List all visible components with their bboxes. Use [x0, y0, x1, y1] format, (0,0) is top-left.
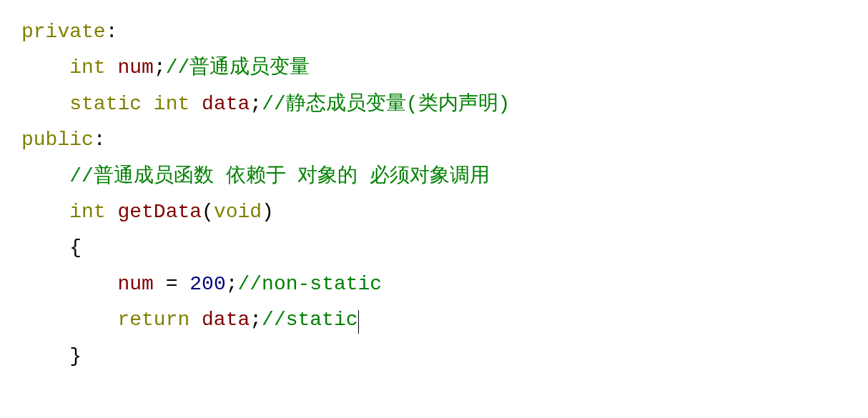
- type-int: int: [154, 93, 189, 115]
- code-line-8: num = 200;//non-static: [21, 267, 868, 302]
- type-int: int: [69, 56, 105, 79]
- semicolon: ;: [250, 309, 262, 331]
- keyword-return: return: [117, 309, 189, 331]
- code-line-7: {: [21, 230, 868, 266]
- identifier-data: data: [202, 93, 250, 115]
- indent: [21, 56, 69, 79]
- space: [177, 273, 189, 295]
- keyword-public: public: [21, 129, 94, 151]
- semicolon: ;: [226, 273, 238, 295]
- identifier-getdata: getData: [117, 201, 202, 223]
- open-brace: {: [69, 237, 82, 259]
- indent: [21, 309, 117, 331]
- keyword-private: private: [21, 21, 106, 43]
- space: [106, 201, 118, 223]
- identifier-data: data: [202, 309, 250, 331]
- indent: [21, 93, 69, 115]
- identifier-num: num: [117, 56, 153, 79]
- number-literal: 200: [189, 273, 225, 295]
- code-block: private: int num;//普通成员变量 static int dat…: [0, 0, 868, 389]
- code-line-1: private:: [21, 14, 868, 50]
- keyword-static: static: [69, 93, 142, 115]
- space: [154, 273, 166, 295]
- keyword-void: void: [214, 201, 262, 223]
- comment: //静态成员变量(类内声明): [262, 93, 510, 115]
- text-cursor: [358, 310, 359, 334]
- identifier-num: num: [117, 273, 153, 295]
- code-line-10: }: [21, 339, 868, 374]
- indent: [21, 237, 69, 259]
- space: [189, 93, 202, 115]
- code-line-3: static int data;//静态成员变量(类内声明): [21, 86, 868, 122]
- semicolon: ;: [154, 56, 166, 79]
- indent: [21, 273, 117, 295]
- equals: =: [166, 273, 178, 295]
- comment: //static: [262, 309, 357, 331]
- code-line-5: //普通成员函数 依赖于 对象的 必须对象调用: [21, 159, 868, 194]
- code-line-4: public:: [21, 122, 868, 158]
- close-brace: }: [69, 345, 82, 367]
- code-line-6: int getData(void): [21, 194, 868, 230]
- comment: //普通成员函数 依赖于 对象的 必须对象调用: [69, 165, 490, 187]
- lparen: (: [202, 201, 214, 223]
- colon: :: [106, 21, 118, 43]
- comment: //non-static: [238, 273, 383, 295]
- space: [189, 309, 202, 331]
- semicolon: ;: [250, 93, 262, 115]
- colon: :: [94, 129, 106, 151]
- space: [142, 93, 154, 115]
- code-line-2: int num;//普通成员变量: [21, 50, 868, 86]
- space: [106, 56, 118, 79]
- comment: //普通成员变量: [166, 56, 310, 79]
- code-line-9: return data;//static: [21, 302, 868, 338]
- indent: [21, 345, 69, 367]
- indent: [21, 165, 69, 187]
- indent: [21, 201, 69, 223]
- rparen: ): [262, 201, 274, 223]
- type-int: int: [69, 201, 105, 223]
